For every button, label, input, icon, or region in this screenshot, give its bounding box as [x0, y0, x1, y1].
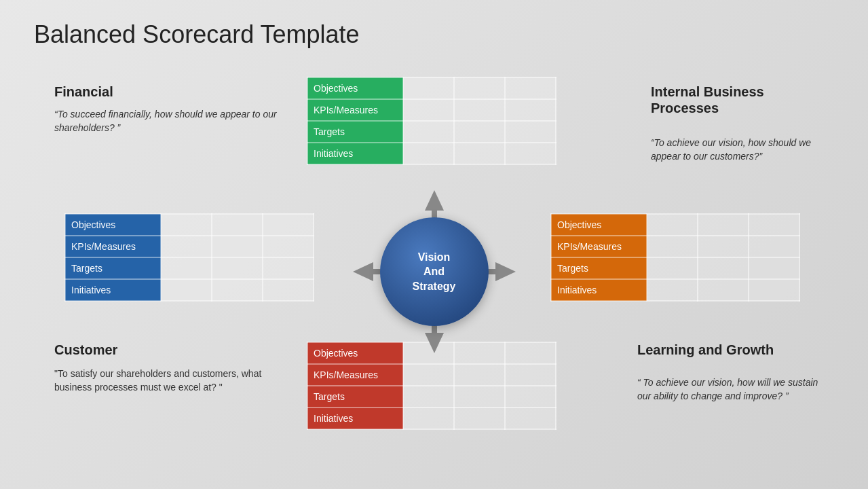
table-row: KPIs/Measures — [551, 236, 799, 257]
table-row: KPIs/Measures — [307, 364, 556, 386]
table-row: Targets — [307, 386, 556, 408]
financial-row-initiatives: Initiatives — [307, 143, 403, 164]
internal-row-objectives: Objectives — [551, 214, 647, 236]
customer-row-kpis: KPIs/Measures — [65, 236, 161, 257]
customer-row-objectives: Objectives — [65, 214, 161, 236]
financial-title: Financial — [54, 84, 113, 100]
table-row: Objectives — [307, 77, 556, 99]
vision-text: Vision And Strategy — [412, 250, 455, 294]
table-row: Initiatives — [307, 143, 556, 164]
table-row: Targets — [551, 257, 799, 279]
vision-circle: Vision And Strategy — [380, 217, 489, 326]
customer-description: "To satisfy our shareholders and custome… — [54, 367, 278, 395]
customer-row-targets: Targets — [65, 257, 161, 279]
table-row: KPIs/Measures — [307, 99, 556, 121]
internal-row-kpis: KPIs/Measures — [551, 236, 647, 257]
page-title: Balanced Scorecard Template — [34, 20, 360, 49]
customer-row-initiatives: Initiatives — [65, 279, 161, 301]
learning-row-initiatives: Initiatives — [307, 408, 403, 429]
table-row: Targets — [307, 121, 556, 143]
table-row: Targets — [65, 257, 314, 279]
financial-table: Objectives KPIs/Measures Targets Initiat… — [307, 77, 556, 165]
internal-title: Internal Business Processes — [651, 84, 827, 116]
financial-row-objectives: Objectives — [307, 77, 403, 99]
financial-row-targets: Targets — [307, 121, 403, 143]
table-row: Objectives — [65, 214, 314, 236]
financial-description: “To succeed financially, how should we a… — [54, 107, 292, 135]
internal-table: Objectives KPIs/Measures Targets Initiat… — [550, 213, 800, 302]
internal-description: “To achieve our vision, how should we ap… — [651, 136, 827, 164]
financial-row-kpis: KPIs/Measures — [307, 99, 403, 121]
customer-scorecard-table: Objectives KPIs/Measures Targets Initiat… — [64, 213, 314, 302]
learning-table: Objectives KPIs/Measures Targets Initiat… — [307, 342, 556, 430]
table-row: KPIs/Measures — [65, 236, 314, 257]
customer-table: Objectives KPIs/Measures Targets Initiat… — [64, 213, 314, 302]
vision-line1: Vision — [418, 251, 451, 263]
learning-title: Learning and Growth — [637, 342, 827, 358]
arrow-down-icon — [425, 333, 444, 353]
learning-row-kpis: KPIs/Measures — [307, 364, 403, 386]
arrow-right-icon — [495, 262, 516, 281]
arrow-left-icon — [353, 262, 373, 281]
learning-row-targets: Targets — [307, 386, 403, 408]
arrow-up-icon — [425, 190, 444, 211]
financial-scorecard-table: Objectives KPIs/Measures Targets Initiat… — [307, 77, 556, 165]
internal-scorecard-table: Objectives KPIs/Measures Targets Initiat… — [550, 213, 800, 302]
internal-row-targets: Targets — [551, 257, 647, 279]
vision-line3: Strategy — [412, 280, 455, 292]
table-row: Initiatives — [307, 408, 556, 429]
learning-description: “ To achieve our vision, how will we sus… — [637, 376, 827, 403]
learning-scorecard-table: Objectives KPIs/Measures Targets Initiat… — [307, 342, 556, 430]
customer-title: Customer — [54, 342, 117, 358]
table-row: Initiatives — [551, 279, 799, 301]
internal-row-initiatives: Initiatives — [551, 279, 647, 301]
table-row: Objectives — [551, 214, 799, 236]
table-row: Initiatives — [65, 279, 314, 301]
vision-line2: And — [423, 266, 445, 277]
